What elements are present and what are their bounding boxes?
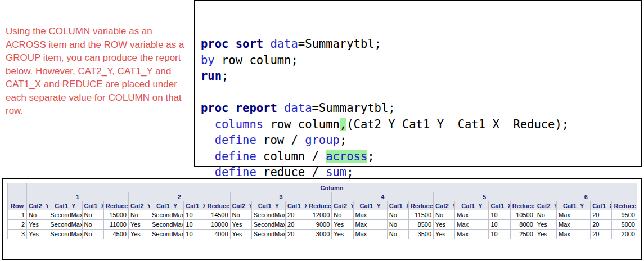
table-cell: No — [230, 210, 251, 220]
table-cell: 10 — [184, 210, 205, 220]
table-cell: Max — [556, 210, 590, 220]
table-cell: Yes — [230, 220, 251, 230]
code-token — [201, 118, 215, 131]
code-token: row column; — [215, 53, 298, 67]
sub-header: Cat1_Y — [556, 201, 590, 210]
code-line: define row / group; — [201, 132, 636, 148]
code-token: ; — [340, 133, 346, 147]
table-cell: Yes — [535, 230, 556, 239]
sub-header: Cat1_Y — [48, 201, 82, 210]
table-cell: SecondMax — [150, 230, 184, 239]
sub-header: Cat2_Y — [128, 201, 150, 210]
code-token — [263, 37, 270, 51]
table-cell: 10 — [489, 230, 510, 239]
group-header: 1 — [27, 192, 129, 201]
table-cell: No — [82, 220, 103, 230]
sub-header: Cat2_Y — [434, 201, 455, 210]
table-cell: Yes — [332, 220, 353, 230]
group-header: 2 — [128, 192, 230, 201]
sub-header-row: RowCat2_YCat1_YCat1_XReduceCat2_YCat1_YC… — [8, 201, 637, 210]
table-cell: SecondMax — [251, 230, 285, 239]
code-token: ; — [367, 150, 374, 163]
sub-header: Cat2_Y — [332, 201, 353, 210]
table-cell: 8000 — [510, 220, 535, 230]
table-cell: 9000 — [307, 220, 332, 230]
table-cell: 8500 — [408, 220, 433, 230]
code-line — [201, 84, 636, 101]
sub-header: Reduce — [205, 201, 230, 210]
table-cell: 10000 — [205, 220, 230, 230]
table-cell: No — [128, 210, 150, 220]
table-cell: 3000 — [307, 230, 332, 239]
table-cell: 20 — [286, 210, 307, 220]
table-cell: SecondMax — [251, 220, 285, 230]
table-cell: 11000 — [103, 220, 128, 230]
code-token: ; — [346, 165, 353, 179]
sub-header: Cat1_X — [82, 201, 103, 210]
table-cell: 9500 — [612, 210, 637, 220]
row-number-cell: 1 — [8, 210, 27, 220]
code-line: run; — [201, 68, 636, 84]
table-cell: 10 — [489, 210, 510, 220]
code-token: by — [201, 53, 215, 67]
sub-header: Cat1_X — [489, 201, 510, 210]
sub-header: Reduce — [408, 201, 433, 210]
code-token: group — [305, 133, 340, 147]
page: Using the COLUMN variable as an ACROSS i… — [0, 0, 644, 261]
table-cell: Yes — [27, 230, 48, 239]
table-cell: Yes — [230, 230, 251, 239]
code-line: proc sort data=Summarytbl; — [201, 36, 636, 52]
table-cell: 10 — [489, 220, 510, 230]
table-cell: SecondMax — [150, 220, 184, 230]
highlighted-code-token: , — [340, 118, 346, 131]
group-header: 6 — [535, 192, 637, 201]
sub-header: Cat1_Y — [455, 201, 489, 210]
sub-header: Cat1_Y — [251, 201, 285, 210]
code-line: columns row column,(Cat2_Y Cat1_Y Cat1_X… — [201, 116, 636, 133]
sub-header: Cat2_Y — [535, 201, 556, 210]
row-number-cell: 2 — [8, 220, 27, 230]
code-token: =Summarytbl; — [298, 37, 381, 51]
row-number-cell: 3 — [8, 230, 27, 239]
code-token — [201, 150, 215, 163]
group-header: 3 — [230, 192, 332, 201]
code-token — [277, 101, 284, 115]
corner-blank-cell — [8, 183, 27, 192]
table-cell: Max — [455, 220, 489, 230]
code-line: by row column; — [201, 52, 636, 69]
code-token — [201, 133, 215, 147]
row-header: Row — [8, 201, 27, 210]
sub-header: Cat1_Y — [353, 201, 387, 210]
sub-header: Cat2_Y — [230, 201, 251, 210]
report-head: Column 123456 RowCat2_YCat1_YCat1_XReduc… — [8, 183, 637, 210]
table-cell: No — [82, 210, 103, 220]
annotation-text: Using the COLUMN variable as an ACROSS i… — [6, 25, 192, 118]
table-row: 1NoSecondMaxNo15000NoSecondMax1014500NoS… — [8, 210, 637, 220]
table-cell: No — [387, 220, 408, 230]
sub-header: Cat1_X — [591, 201, 612, 210]
code-token: data — [270, 37, 298, 51]
table-cell: Yes — [332, 230, 353, 239]
table-cell: No — [27, 210, 48, 220]
code-token: run — [201, 69, 222, 83]
code-token: row / — [256, 133, 305, 147]
code-token: define — [215, 165, 256, 179]
group-header: 4 — [332, 192, 434, 201]
table-cell: Max — [556, 230, 590, 239]
code-token: data — [284, 101, 312, 115]
code-token: reduce / — [256, 165, 326, 179]
table-cell: No — [434, 210, 455, 220]
code-block: proc sort data=Summarytbl;by row column;… — [201, 36, 636, 196]
table-cell: Yes — [27, 220, 48, 230]
table-cell: Yes — [128, 220, 150, 230]
table-cell: 10500 — [510, 210, 535, 220]
code-token: proc report — [201, 101, 277, 115]
table-cell: Yes — [434, 220, 455, 230]
table-row: 3YesSecondMaxNo4500YesSecondMax104000Yes… — [8, 230, 637, 239]
sub-header: Reduce — [612, 201, 637, 210]
table-cell: No — [535, 210, 556, 220]
table-cell: SecondMax — [48, 230, 82, 239]
table-cell: 2000 — [612, 230, 637, 239]
sub-header: Cat1_X — [286, 201, 307, 210]
table-cell: 12000 — [307, 210, 332, 220]
